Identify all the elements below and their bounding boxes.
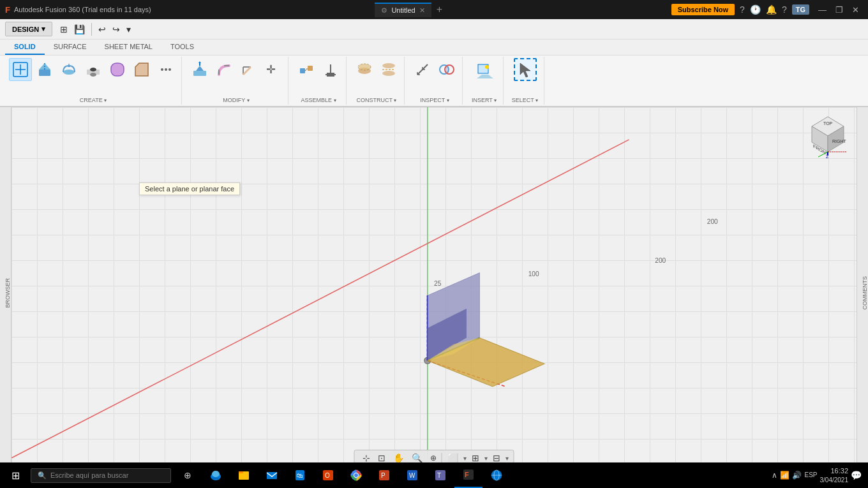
svg-point-13 <box>161 68 163 71</box>
minimize-button[interactable]: — <box>814 4 830 16</box>
taskbar-app-teams[interactable]: T <box>426 462 454 488</box>
add-tab-button[interactable]: + <box>431 1 447 18</box>
midplane-icon[interactable] <box>377 58 400 81</box>
interference-icon[interactable] <box>435 58 458 81</box>
browser-sidebar[interactable]: BROWSER <box>0 107 11 473</box>
taskbar-clock[interactable]: 16:32 3/04/2021 <box>820 466 849 484</box>
taskbar-app-chrome[interactable] <box>342 462 370 488</box>
press-pull-icon[interactable] <box>188 58 211 81</box>
window-controls: — ❐ ✕ <box>814 4 863 16</box>
design-dropdown[interactable]: DESIGN ▾ <box>5 22 52 36</box>
user-avatar[interactable]: TG <box>792 4 809 15</box>
chamfer2-icon[interactable] <box>237 58 260 81</box>
comments-sidebar[interactable]: COMMENTS <box>857 107 868 473</box>
toolbar: DESIGN ▾ ⊞ 💾 ↩ ↪ ▾ SOLID SURFACE SHEET M… <box>0 19 868 107</box>
sys-tray-icons: ∧ 📶 🔊 ESP <box>772 471 817 480</box>
taskbar-app-files[interactable] <box>230 462 258 488</box>
start-button[interactable]: ⊞ <box>3 462 28 488</box>
tab-solid[interactable]: SOLID <box>5 40 45 55</box>
ground-icon[interactable] <box>319 58 342 81</box>
taskbar-app-word[interactable]: W <box>398 462 426 488</box>
svg-point-6 <box>63 70 75 75</box>
joint-icon[interactable] <box>295 58 318 81</box>
offset-plane-icon[interactable] <box>353 58 376 81</box>
inspect-icons <box>411 58 458 81</box>
notification-center-icon[interactable]: 💬 <box>851 470 862 480</box>
svg-line-28 <box>305 68 308 71</box>
viewport[interactable]: 25 100 200 200 Select a plane or planar … <box>11 107 857 473</box>
notification-icon[interactable]: 🔔 <box>766 4 777 15</box>
tray-chevron[interactable]: ∧ <box>772 471 777 480</box>
save-icon[interactable]: 💾 <box>71 23 87 36</box>
taskbar-app-fusion[interactable]: F <box>454 462 483 488</box>
ribbon-group-create: CREATE ▾ <box>5 57 182 105</box>
taskbar: ⊞ 🔍 Escribe aquí para buscar ⊕ 🛍 O P W T… <box>0 462 868 488</box>
task-view-icon[interactable]: ⊕ <box>174 462 202 488</box>
display-dropdown[interactable]: ▾ <box>463 455 467 462</box>
svg-text:F: F <box>465 471 469 478</box>
redo-icon[interactable]: ↪ <box>110 23 123 36</box>
clock-date: 3/04/2021 <box>820 476 849 484</box>
ribbon-group-assemble: ASSEMBLE ▾ <box>291 57 347 105</box>
grid-dropdown[interactable]: ▾ <box>484 455 488 462</box>
subscribe-button[interactable]: Subscribe Now <box>671 4 735 15</box>
taskbar-app-browser2[interactable] <box>483 462 511 488</box>
close-button[interactable]: ✕ <box>848 4 863 16</box>
maximize-button[interactable]: ❐ <box>832 4 847 16</box>
titlebar-center: ⚙ Untitled ✕ + <box>375 1 447 18</box>
taskbar-app-mail[interactable] <box>258 462 286 488</box>
ribbon-group-modify: ✛ MODIFY ▾ <box>184 57 288 105</box>
svg-text:🛍: 🛍 <box>297 472 303 479</box>
modify-icons: ✛ <box>188 58 284 81</box>
design-tabs: SOLID SURFACE SHEET METAL TOOLS <box>0 40 868 55</box>
new-component-icon[interactable] <box>9 58 32 81</box>
undo-dropdown-icon[interactable]: ▾ <box>124 23 133 36</box>
help-community-icon[interactable]: ? <box>740 4 745 15</box>
svg-point-47 <box>485 65 489 69</box>
extrude-icon[interactable] <box>33 58 56 81</box>
select-tool-icon[interactable] <box>514 58 537 81</box>
svg-point-85 <box>354 473 358 477</box>
tray-volume-icon[interactable]: 🔊 <box>792 471 802 480</box>
search-box[interactable]: 🔍 Escribe aquí para buscar <box>31 468 171 483</box>
fillet-icon[interactable] <box>106 58 129 81</box>
modify-row1: ✛ <box>188 58 284 81</box>
comments-label: COMMENTS <box>862 276 868 310</box>
taskbar-app-ppt[interactable]: P <box>370 462 398 488</box>
ribbon-group-construct: CONSTRUCT ▾ <box>349 57 405 105</box>
tray-language[interactable]: ESP <box>804 471 817 478</box>
tray-network-icon[interactable]: 📶 <box>780 471 789 480</box>
more-create-icon[interactable] <box>154 58 177 81</box>
svg-text:✛: ✛ <box>266 63 276 76</box>
titlebar-left: F Autodesk Fusion 360 (Trial ends in 11 … <box>5 5 151 15</box>
measure-icon[interactable] <box>411 58 434 81</box>
tab-surface[interactable]: SURFACE <box>45 40 96 55</box>
hole-icon[interactable] <box>82 58 105 81</box>
chamfer-icon[interactable] <box>130 58 153 81</box>
taskbar-app-edge[interactable] <box>202 462 230 488</box>
tab-sheet-metal[interactable]: SHEET METAL <box>96 40 161 55</box>
fillet2-icon[interactable] <box>213 58 236 81</box>
svg-rect-16 <box>193 71 206 76</box>
clock-icon[interactable]: 🕐 <box>750 4 761 15</box>
help-icon[interactable]: ? <box>782 4 787 15</box>
undo-icon[interactable]: ↩ <box>96 23 108 36</box>
taskbar-right: ∧ 📶 🔊 ESP 16:32 3/04/2021 💬 <box>772 466 865 484</box>
grid-background <box>11 107 857 473</box>
tab-tools[interactable]: TOOLS <box>161 40 203 55</box>
svg-point-75 <box>212 471 220 477</box>
assemble-row <box>295 58 342 81</box>
grid-icon[interactable]: ⊞ <box>57 23 70 36</box>
revolve-icon[interactable] <box>57 58 80 81</box>
snap-dropdown[interactable]: ▾ <box>505 455 509 462</box>
insert-image-icon[interactable] <box>473 58 496 81</box>
move-icon[interactable]: ✛ <box>261 58 284 81</box>
start-icon: ⊞ <box>11 470 20 482</box>
tab-close-icon[interactable]: ✕ <box>419 6 425 15</box>
navigation-cube[interactable]: TOP FRONT RIGHT Z <box>805 114 850 158</box>
taskbar-app-office[interactable]: O <box>314 462 342 488</box>
svg-rect-3 <box>39 70 50 76</box>
titlebar: F Autodesk Fusion 360 (Trial ends in 11 … <box>0 0 868 19</box>
taskbar-app-store[interactable]: 🛍 <box>286 462 314 488</box>
browser-label: BROWSER <box>4 278 11 308</box>
